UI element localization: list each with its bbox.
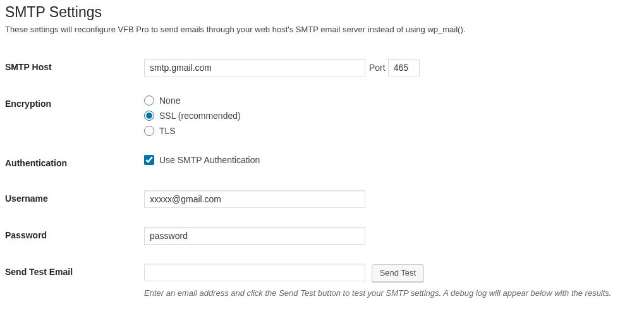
use-smtp-auth-label: Use SMTP Authentication	[159, 155, 260, 165]
send-test-help: Enter an email address and click the Sen…	[144, 288, 633, 298]
label-password: Password	[5, 217, 144, 254]
encryption-none-radio[interactable]	[144, 95, 154, 106]
username-input[interactable]	[144, 190, 365, 208]
settings-form: SMTP Host Port Encryption None SSL (reco…	[5, 49, 639, 307]
label-encryption: Encryption	[5, 86, 144, 145]
encryption-ssl-radio[interactable]	[144, 111, 154, 121]
page-description: These settings will reconfigure VFB Pro …	[5, 25, 639, 34]
smtp-host-input[interactable]	[144, 59, 365, 76]
label-username: Username	[5, 181, 144, 217]
encryption-ssl-label: SSL (recommended)	[159, 111, 241, 121]
encryption-tls-radio[interactable]	[144, 126, 154, 136]
password-input[interactable]	[144, 227, 365, 245]
test-email-input[interactable]	[144, 264, 365, 281]
smtp-port-input[interactable]	[388, 59, 420, 76]
label-send-test-email: Send Test Email	[5, 254, 144, 307]
encryption-tls-label: TLS	[159, 126, 176, 136]
use-smtp-auth-checkbox[interactable]	[144, 155, 154, 165]
label-smtp-host: SMTP Host	[5, 49, 144, 86]
encryption-none-label: None	[159, 95, 180, 106]
send-test-button[interactable]: Send Test	[372, 264, 425, 282]
label-authentication: Authentication	[5, 145, 144, 181]
page-title: SMTP Settings	[5, 4, 639, 21]
label-port: Port	[369, 63, 386, 73]
